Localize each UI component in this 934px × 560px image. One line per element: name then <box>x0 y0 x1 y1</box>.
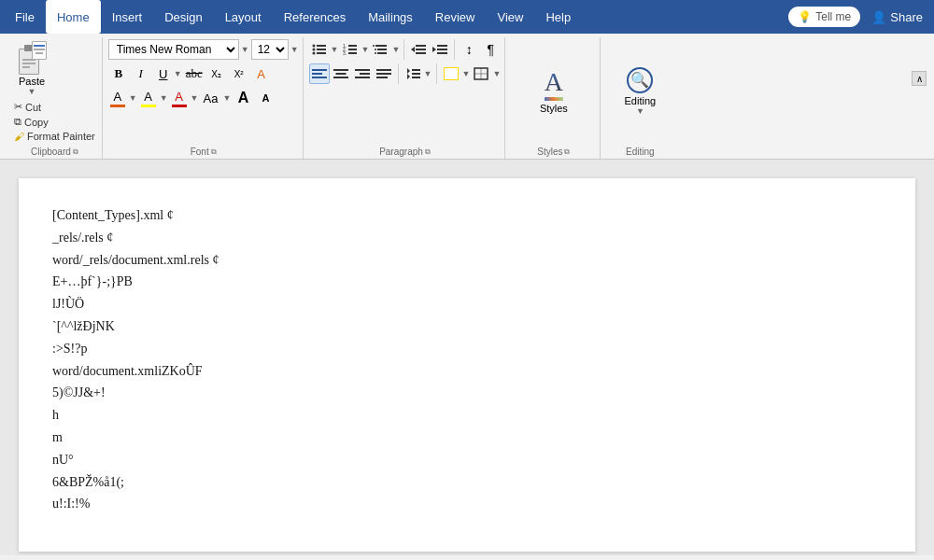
styles-a-icon: A <box>545 69 563 101</box>
svg-rect-23 <box>437 45 447 47</box>
styles-label: Styles <box>540 103 568 114</box>
document-line: `[^^lžÐjNK <box>52 315 882 338</box>
sort-button[interactable]: ↕ <box>459 39 479 60</box>
align-center-button[interactable] <box>331 63 351 84</box>
font-color-2-button[interactable]: A <box>170 89 189 108</box>
document-line: u!:I:!% <box>52 493 882 515</box>
paragraph-expand-icon[interactable]: ⧉ <box>425 147 431 157</box>
clipboard-content: Paste ▼ ✂ Cut ⧉ Copy <box>11 37 98 145</box>
underline-chevron: ▼ <box>174 69 182 78</box>
shrink-font-button[interactable]: A <box>255 88 276 108</box>
menu-review[interactable]: Review <box>424 0 487 34</box>
share-button[interactable]: 👤 Share <box>864 10 930 24</box>
subscript-button[interactable]: X₂ <box>206 63 227 84</box>
svg-marker-38 <box>407 68 410 74</box>
svg-rect-32 <box>355 69 370 71</box>
copy-button[interactable]: ⧉ Copy <box>11 115 98 129</box>
text-highlight-button[interactable]: A <box>139 89 158 108</box>
styles-button[interactable]: A Styles <box>532 65 575 118</box>
italic-button[interactable]: I <box>131 63 151 84</box>
bullets-button[interactable] <box>309 39 330 60</box>
styles-group: A Styles Styles ⧉ <box>507 37 601 159</box>
tell-me-button[interactable]: 💡 Tell me <box>788 7 860 27</box>
svg-rect-29 <box>333 69 348 71</box>
paragraph-content: ▼ 1.2.3. ▼ ▼ <box>309 37 502 145</box>
document-line: m <box>52 427 882 449</box>
svg-marker-18 <box>411 47 415 52</box>
font-color-button[interactable]: A <box>108 89 127 108</box>
justify-button[interactable] <box>374 63 394 84</box>
paragraph-group: ▼ 1.2.3. ▼ ▼ <box>305 37 506 159</box>
para-row1: ▼ 1.2.3. ▼ ▼ <box>309 39 502 60</box>
ribbon: Paste ▼ ✂ Cut ⧉ Copy <box>0 34 934 160</box>
document-line: 5)©JJ&+! <box>52 382 882 404</box>
menu-view[interactable]: View <box>486 0 534 34</box>
font-size-select[interactable]: 12 <box>251 39 289 60</box>
clear-format-button[interactable]: A <box>251 63 272 84</box>
bold-button[interactable]: B <box>108 63 129 84</box>
font-group: Times New Roman ▼ 12 ▼ B I U ▼ abc <box>105 37 304 159</box>
svg-rect-1 <box>317 45 326 47</box>
line-spacing-chevron: ▼ <box>424 69 432 78</box>
svg-rect-44 <box>445 68 458 79</box>
underline-button[interactable]: U <box>153 63 174 84</box>
format-painter-button[interactable]: 🖌 Format Painter <box>11 130 98 143</box>
clipboard-expand-icon[interactable]: ⧉ <box>73 147 78 157</box>
borders-button[interactable] <box>471 63 491 84</box>
menu-insert[interactable]: Insert <box>101 0 154 34</box>
document-page[interactable]: [Content_Types].xml ¢_rels/.rels ¢word/_… <box>19 178 915 552</box>
grow-font-button[interactable]: A <box>233 88 253 108</box>
shading-button[interactable] <box>441 63 461 84</box>
menu-design[interactable]: Design <box>153 0 213 34</box>
red-a: A <box>175 90 183 104</box>
svg-point-2 <box>312 49 315 51</box>
editing-button[interactable]: 🔍 Editing ▼ <box>617 63 664 119</box>
editing-content: 🔍 Editing ▼ <box>617 37 664 145</box>
svg-rect-7 <box>348 45 357 47</box>
person-icon: 👤 <box>871 10 886 24</box>
lightbulb-icon: 💡 <box>798 10 812 23</box>
svg-rect-27 <box>312 73 322 75</box>
menu-layout[interactable]: Layout <box>214 0 273 34</box>
svg-rect-15 <box>377 49 387 50</box>
multilevel-button[interactable] <box>370 39 390 60</box>
show-hide-button[interactable]: ¶ <box>480 39 501 60</box>
superscript-button[interactable]: X² <box>229 63 249 84</box>
numbering-button[interactable]: 1.2.3. <box>340 39 361 60</box>
menu-file[interactable]: File <box>4 0 46 34</box>
font-row2: B I U ▼ abc X₂ X² A <box>108 63 272 84</box>
tell-me-label: Tell me <box>815 10 851 23</box>
search-icon: 🔍 <box>627 67 653 93</box>
menu-references[interactable]: References <box>273 0 357 34</box>
cut-button[interactable]: ✂ Cut <box>11 100 98 114</box>
menu-help[interactable]: Help <box>534 0 582 34</box>
ribbon-collapse-button[interactable]: ∧ <box>912 71 927 86</box>
font-row3: A ▼ A ▼ A ▼ Aa <box>108 88 276 108</box>
menu-mailings[interactable]: Mailings <box>357 0 424 34</box>
document-area: [Content_Types].xml ¢_rels/.rels ¢word/_… <box>0 160 934 555</box>
shading-chevron: ▼ <box>462 69 471 78</box>
clipboard-label: Clipboard ⧉ <box>11 145 98 159</box>
share-label: Share <box>890 10 923 24</box>
svg-rect-17 <box>377 52 387 54</box>
highlight-a: A <box>144 90 152 104</box>
change-case-button[interactable]: Aa <box>201 88 221 108</box>
line-spacing-button[interactable] <box>403 63 423 84</box>
styles-expand-icon[interactable]: ⧉ <box>564 147 570 157</box>
paste-button[interactable]: Paste ▼ <box>11 39 52 98</box>
menu-bar: File Home Insert Design Layout Reference… <box>0 0 934 34</box>
decrease-indent-button[interactable] <box>408 39 429 60</box>
increase-indent-button[interactable] <box>430 39 450 60</box>
menu-home[interactable]: Home <box>46 0 101 34</box>
document-line: 6&BPŽ%å1(; <box>52 471 882 494</box>
document-line: word/_rels/document.xml.rels ¢ <box>52 249 882 272</box>
svg-rect-31 <box>333 77 348 78</box>
strikethrough-button[interactable]: abc <box>184 63 205 84</box>
svg-rect-39 <box>412 69 420 71</box>
format-painter-label: Format Painter <box>27 131 95 142</box>
font-expand-icon[interactable]: ⧉ <box>211 147 217 157</box>
font-name-select[interactable]: Times New Roman <box>108 39 239 60</box>
align-right-button[interactable] <box>352 63 373 84</box>
align-left-button[interactable] <box>309 63 330 84</box>
svg-point-12 <box>373 45 375 47</box>
